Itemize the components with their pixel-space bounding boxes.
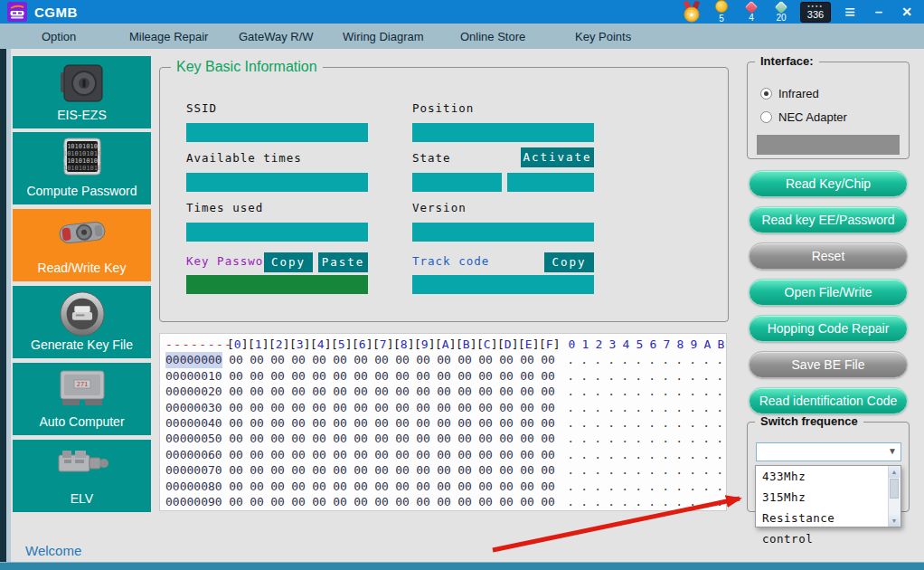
action-button[interactable]: Save BE File — [749, 351, 908, 378]
hex-row: 00000010 0000000000000000000000000000000… — [165, 368, 726, 384]
position-field[interactable] — [412, 123, 594, 142]
track-code-copy-button[interactable]: Copy — [544, 252, 594, 272]
hex-row: 00000060 0000000000000000000000000000000… — [165, 447, 726, 462]
hex-dump-panel[interactable]: -------- 0123456789ABCDEF 0123456789AB 0… — [159, 333, 727, 511]
radio-icon — [760, 88, 772, 100]
interface-group-title: Interface: — [755, 54, 819, 68]
hex-bytes: 00000000000000000000000000000000 — [226, 352, 559, 367]
hex-header-columns: 0123456789ABCDEF — [227, 337, 560, 352]
switch-frequence-title: Switch frequence — [755, 414, 863, 428]
action-button[interactable]: Read identification Code — [749, 387, 908, 414]
track-code-label: Track code — [412, 254, 489, 268]
ssid-field[interactable] — [186, 123, 368, 142]
hex-header-row: -------- 0123456789ABCDEF 0123456789AB — [165, 337, 726, 352]
state-label: State — [412, 151, 451, 165]
window-title: CGMB — [34, 5, 78, 20]
hex-row: 00000030 0000000000000000000000000000000… — [165, 400, 726, 415]
action-button[interactable]: Open File/Write — [749, 279, 908, 306]
window-edge-light — [6, 24, 11, 570]
scrollbar-thumb[interactable] — [890, 479, 899, 499]
sidebar-item-read-write-key[interactable]: Read/Write Key — [13, 209, 151, 281]
hex-ascii: ............ — [564, 368, 727, 384]
frequency-dropdown-option[interactable]: 433Mhz — [756, 466, 889, 487]
menu-item[interactable]: Online Store — [460, 30, 525, 43]
sidebar-item-eis-ezs[interactable]: EIS-EZS — [13, 56, 151, 128]
green-gems-stat[interactable]: 20 — [770, 1, 792, 23]
window-bottom-border — [0, 562, 924, 570]
menu-item[interactable]: Mileage Repair — [129, 30, 208, 43]
key-password-copy-button[interactable]: Copy — [264, 252, 313, 272]
group-title: Key Basic Information — [171, 59, 323, 75]
available-times-field[interactable] — [186, 173, 368, 192]
action-button[interactable]: Hopping Code Repair — [749, 315, 908, 342]
red-gem-icon — [745, 1, 758, 14]
coins-stat[interactable]: 5 — [711, 0, 732, 24]
minimize-button[interactable]: – — [869, 2, 889, 22]
window-edge-dark — [0, 24, 6, 570]
svg-text:0101010101: 0101010101 — [62, 143, 100, 150]
sidebar-item-elv[interactable]: ELV — [13, 440, 151, 512]
menu-item[interactable]: GateWay R/W — [239, 30, 314, 43]
counter-value: 336 — [807, 9, 824, 20]
frequency-combobox[interactable]: ▼ — [756, 442, 901, 461]
sidebar-item-label: Auto Computer — [39, 414, 124, 429]
hex-row: 00000080 0000000000000000000000000000000… — [165, 479, 726, 494]
counter-badge[interactable]: ●●●● 336 — [800, 2, 831, 23]
menu-item[interactable]: Key Points — [575, 30, 631, 43]
hex-ascii: ............ — [564, 447, 727, 462]
frequency-dropdown-option[interactable]: 315Mhz — [756, 487, 889, 508]
hex-row: 00000090 0000000000000000000000000000000… — [165, 494, 726, 509]
track-code-field[interactable] — [412, 275, 594, 294]
state-field-2[interactable] — [507, 173, 594, 192]
hex-bytes: 00000000000000000000000000000000 — [226, 462, 559, 478]
frequency-dropdown-option[interactable]: Resistance control — [756, 508, 889, 528]
coin-icon — [715, 0, 728, 13]
menu-item[interactable]: Wiring Diagram — [343, 30, 424, 43]
hex-ascii: ............ — [564, 352, 727, 367]
menu-item[interactable]: Option — [42, 30, 76, 43]
sidebar-item-label: Read/Write Key — [38, 261, 127, 275]
dropdown-scrollbar[interactable]: ▲ ▼ — [888, 466, 900, 527]
hex-address: 00000040 — [165, 415, 222, 431]
scroll-down-icon[interactable]: ▼ — [889, 515, 900, 527]
hex-address: 00000090 — [165, 494, 222, 509]
scroll-up-icon[interactable]: ▲ — [889, 466, 900, 478]
action-button[interactable]: Read key EE/Password — [749, 206, 908, 233]
red-gems-stat[interactable]: 4 — [740, 1, 762, 23]
hex-ascii: ............ — [564, 494, 727, 509]
hex-ascii: ............ — [564, 415, 727, 431]
svg-text:★: ★ — [688, 11, 694, 19]
hex-ascii: ............ — [564, 431, 727, 446]
times-used-field[interactable] — [186, 223, 368, 242]
hex-bytes: 00000000000000000000000000000000 — [226, 384, 559, 399]
sidebar-item-generate-key-file[interactable]: Generate Key File — [13, 286, 151, 358]
sidebar-item-auto-computer[interactable]: 271 Auto Computer — [13, 363, 151, 435]
interface-radio-option[interactable]: NEC Adapter — [760, 109, 847, 124]
version-field[interactable] — [412, 223, 594, 242]
key-password-paste-button[interactable]: Paste — [318, 252, 368, 272]
hamburger-menu-button[interactable]: ≡ — [839, 2, 861, 22]
key-password-field[interactable] — [186, 275, 368, 294]
action-button[interactable]: Read Key/Chip — [749, 170, 908, 197]
hex-address: 00000010 — [165, 368, 222, 384]
cgmb-app-window: { "titlebar": { "title": "CGMB", "stats"… — [0, 0, 924, 570]
hex-ascii: ............ — [564, 384, 727, 399]
action-button[interactable]: Reset — [749, 242, 908, 270]
medal-icon[interactable]: ★ — [681, 1, 702, 23]
frequency-dropdown-list: 433Mhz 315Mhz Resistance control ▲ ▼ — [755, 465, 901, 527]
key-basic-information-group: Key Basic Information SSID Available tim… — [159, 67, 729, 322]
chevron-down-icon[interactable]: ▼ — [888, 446, 897, 456]
state-field-1[interactable] — [412, 173, 502, 192]
sidebar-item-label: EIS-EZS — [57, 108, 106, 122]
radio-label: Infrared — [778, 87, 819, 100]
hex-bytes: 00000000000000000000000000000000 — [226, 415, 559, 431]
binary-screen-icon: 0101010101 1010101010 0101010101 1010101… — [13, 136, 151, 181]
activate-button[interactable]: Activate — [521, 147, 594, 167]
sidebar-item-compute-password[interactable]: 0101010101 1010101010 0101010101 1010101… — [13, 132, 151, 204]
radio-icon — [760, 111, 772, 123]
hex-row: 00000050 0000000000000000000000000000000… — [165, 431, 726, 446]
times-used-label: Times used — [186, 201, 263, 214]
interface-radio-option[interactable]: Infrared — [760, 86, 819, 100]
svg-text:1010101010: 1010101010 — [62, 150, 100, 157]
close-button[interactable]: ✕ — [897, 2, 917, 22]
